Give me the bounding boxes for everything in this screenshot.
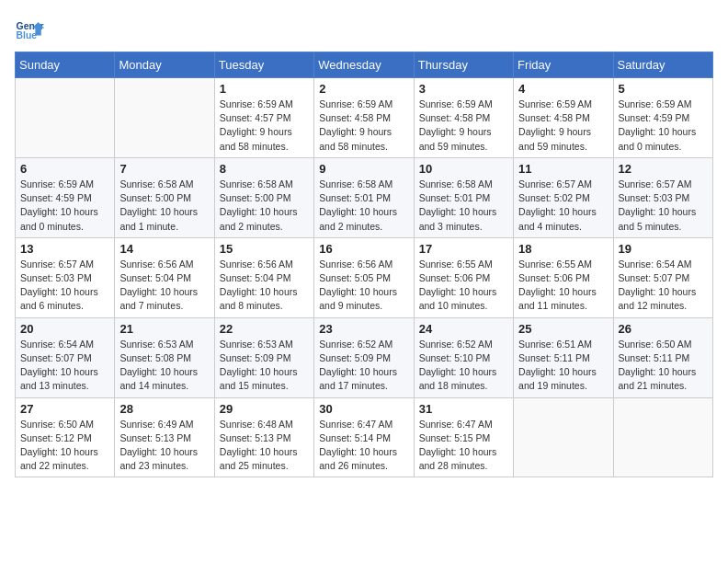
calendar-cell: 2Sunrise: 6:59 AMSunset: 4:58 PMDaylight… [314,78,414,158]
calendar-week-row: 13Sunrise: 6:57 AMSunset: 5:03 PMDayligh… [16,237,713,317]
calendar-cell: 22Sunrise: 6:53 AMSunset: 5:09 PMDayligh… [214,317,313,397]
calendar-week-row: 1Sunrise: 6:59 AMSunset: 4:57 PMDaylight… [16,78,713,158]
calendar-cell: 18Sunrise: 6:55 AMSunset: 5:06 PMDayligh… [514,237,613,317]
day-info: Sunrise: 6:52 AMSunset: 5:10 PMDaylight:… [419,338,508,394]
day-info: Sunrise: 6:55 AMSunset: 5:06 PMDaylight:… [419,258,508,314]
day-info: Sunrise: 6:59 AMSunset: 4:58 PMDaylight:… [518,98,608,154]
col-header-monday: Monday [115,52,214,78]
calendar-cell: 29Sunrise: 6:48 AMSunset: 5:13 PMDayligh… [214,397,313,477]
col-header-thursday: Thursday [414,52,513,78]
calendar-cell: 23Sunrise: 6:52 AMSunset: 5:09 PMDayligh… [314,317,414,397]
day-number: 18 [518,242,608,256]
day-number: 2 [319,82,408,96]
calendar-cell: 5Sunrise: 6:59 AMSunset: 4:59 PMDaylight… [613,78,712,158]
day-info: Sunrise: 6:53 AMSunset: 5:08 PMDaylight:… [119,338,209,394]
day-info: Sunrise: 6:58 AMSunset: 5:01 PMDaylight:… [319,178,408,234]
calendar-cell: 27Sunrise: 6:50 AMSunset: 5:12 PMDayligh… [16,397,115,477]
day-number: 9 [319,162,408,176]
svg-text:Blue: Blue [17,30,38,40]
calendar-cell: 11Sunrise: 6:57 AMSunset: 5:02 PMDayligh… [514,157,613,237]
day-info: Sunrise: 6:59 AMSunset: 4:57 PMDaylight:… [220,98,309,154]
day-number: 5 [619,82,708,96]
calendar-cell: 19Sunrise: 6:54 AMSunset: 5:07 PMDayligh… [613,237,712,317]
col-header-wednesday: Wednesday [314,52,414,78]
logo: General Blue [15,15,44,44]
day-info: Sunrise: 6:58 AMSunset: 5:00 PMDaylight:… [119,178,209,234]
day-info: Sunrise: 6:59 AMSunset: 4:58 PMDaylight:… [419,98,508,154]
calendar-cell: 1Sunrise: 6:59 AMSunset: 4:57 PMDaylight… [214,78,313,158]
calendar-cell: 4Sunrise: 6:59 AMSunset: 4:58 PMDaylight… [514,78,613,158]
day-number: 24 [419,322,508,336]
calendar-week-row: 20Sunrise: 6:54 AMSunset: 5:07 PMDayligh… [16,317,713,397]
day-number: 14 [119,242,209,256]
day-number: 17 [419,242,508,256]
calendar-cell: 21Sunrise: 6:53 AMSunset: 5:08 PMDayligh… [115,317,214,397]
calendar-cell: 26Sunrise: 6:50 AMSunset: 5:11 PMDayligh… [613,317,712,397]
calendar-cell: 3Sunrise: 6:59 AMSunset: 4:58 PMDaylight… [414,78,513,158]
day-number: 10 [419,162,508,176]
day-info: Sunrise: 6:51 AMSunset: 5:11 PMDaylight:… [518,338,608,394]
day-number: 29 [220,402,309,416]
day-info: Sunrise: 6:56 AMSunset: 5:04 PMDaylight:… [220,258,309,314]
day-info: Sunrise: 6:54 AMSunset: 5:07 PMDaylight:… [20,338,109,394]
calendar-cell: 24Sunrise: 6:52 AMSunset: 5:10 PMDayligh… [414,317,513,397]
day-number: 12 [619,162,708,176]
day-number: 20 [20,322,109,336]
calendar-cell: 25Sunrise: 6:51 AMSunset: 5:11 PMDayligh… [514,317,613,397]
day-number: 16 [319,242,408,256]
day-info: Sunrise: 6:49 AMSunset: 5:13 PMDaylight:… [119,418,209,474]
calendar-cell: 12Sunrise: 6:57 AMSunset: 5:03 PMDayligh… [613,157,712,237]
day-number: 13 [20,242,109,256]
col-header-saturday: Saturday [613,52,712,78]
calendar-cell [115,78,214,158]
day-info: Sunrise: 6:59 AMSunset: 4:58 PMDaylight:… [319,98,408,154]
day-number: 23 [319,322,408,336]
calendar-week-row: 27Sunrise: 6:50 AMSunset: 5:12 PMDayligh… [16,397,713,477]
calendar-table: SundayMondayTuesdayWednesdayThursdayFrid… [15,52,713,477]
calendar-cell: 6Sunrise: 6:59 AMSunset: 4:59 PMDaylight… [16,157,115,237]
day-info: Sunrise: 6:50 AMSunset: 5:12 PMDaylight:… [20,418,109,474]
calendar-cell: 31Sunrise: 6:47 AMSunset: 5:15 PMDayligh… [414,397,513,477]
calendar-cell: 7Sunrise: 6:58 AMSunset: 5:00 PMDaylight… [115,157,214,237]
day-number: 25 [518,322,608,336]
day-info: Sunrise: 6:56 AMSunset: 5:05 PMDaylight:… [319,258,408,314]
day-number: 21 [119,322,209,336]
day-number: 6 [20,162,109,176]
logo-icon: General Blue [15,15,44,44]
day-info: Sunrise: 6:47 AMSunset: 5:14 PMDaylight:… [319,418,408,474]
calendar-cell: 30Sunrise: 6:47 AMSunset: 5:14 PMDayligh… [314,397,414,477]
day-number: 1 [220,82,309,96]
calendar-cell: 17Sunrise: 6:55 AMSunset: 5:06 PMDayligh… [414,237,513,317]
day-number: 4 [518,82,608,96]
day-number: 19 [619,242,708,256]
calendar-cell: 14Sunrise: 6:56 AMSunset: 5:04 PMDayligh… [115,237,214,317]
col-header-sunday: Sunday [16,52,115,78]
day-info: Sunrise: 6:59 AMSunset: 4:59 PMDaylight:… [20,178,109,234]
day-number: 11 [518,162,608,176]
calendar-cell: 8Sunrise: 6:58 AMSunset: 5:00 PMDaylight… [214,157,313,237]
calendar-cell: 20Sunrise: 6:54 AMSunset: 5:07 PMDayligh… [16,317,115,397]
calendar-cell: 15Sunrise: 6:56 AMSunset: 5:04 PMDayligh… [214,237,313,317]
day-number: 3 [419,82,508,96]
day-number: 30 [319,402,408,416]
day-number: 22 [220,322,309,336]
day-info: Sunrise: 6:53 AMSunset: 5:09 PMDaylight:… [220,338,309,394]
day-number: 27 [20,402,109,416]
calendar-cell: 16Sunrise: 6:56 AMSunset: 5:05 PMDayligh… [314,237,414,317]
day-info: Sunrise: 6:54 AMSunset: 5:07 PMDaylight:… [619,258,708,314]
day-info: Sunrise: 6:58 AMSunset: 5:00 PMDaylight:… [220,178,309,234]
day-info: Sunrise: 6:58 AMSunset: 5:01 PMDaylight:… [419,178,508,234]
calendar-cell: 10Sunrise: 6:58 AMSunset: 5:01 PMDayligh… [414,157,513,237]
page-header: General Blue [15,15,713,44]
col-header-friday: Friday [514,52,613,78]
calendar-header-row: SundayMondayTuesdayWednesdayThursdayFrid… [16,52,713,78]
calendar-week-row: 6Sunrise: 6:59 AMSunset: 4:59 PMDaylight… [16,157,713,237]
day-info: Sunrise: 6:50 AMSunset: 5:11 PMDaylight:… [619,338,708,394]
day-number: 7 [119,162,209,176]
calendar-cell: 28Sunrise: 6:49 AMSunset: 5:13 PMDayligh… [115,397,214,477]
day-info: Sunrise: 6:57 AMSunset: 5:03 PMDaylight:… [20,258,109,314]
calendar-cell [613,397,712,477]
day-info: Sunrise: 6:47 AMSunset: 5:15 PMDaylight:… [419,418,508,474]
day-number: 28 [119,402,209,416]
calendar-cell: 9Sunrise: 6:58 AMSunset: 5:01 PMDaylight… [314,157,414,237]
